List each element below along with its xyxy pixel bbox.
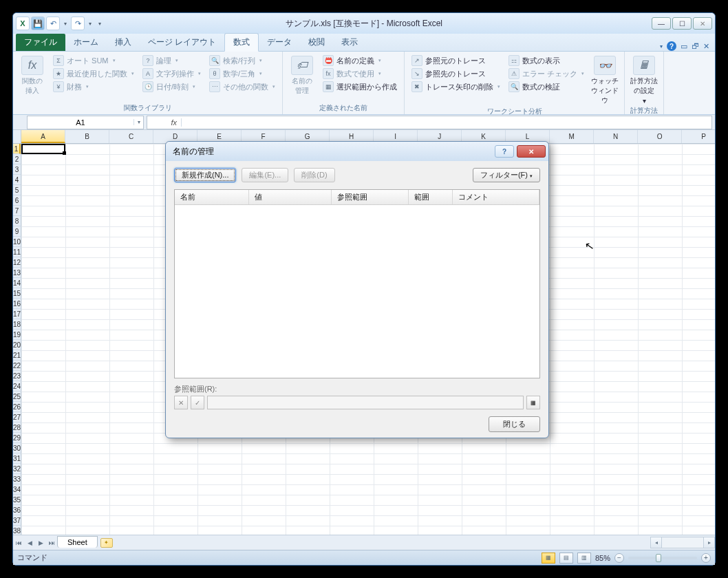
tab-home[interactable]: ホーム [65,34,107,51]
row-header[interactable]: 6 [13,195,21,206]
row-header[interactable]: 27 [13,412,21,422]
trace-precedents-button[interactable]: ↗参照元のトレース [409,54,503,67]
row-header[interactable]: 16 [13,299,21,309]
qat-customize-icon[interactable]: ▾ [96,17,104,30]
tab-file[interactable]: ファイル [16,34,65,51]
row-header[interactable]: 8 [13,216,21,226]
row-header[interactable]: 22 [13,361,21,371]
row-header[interactable]: 19 [13,330,21,340]
name-manager-button[interactable]: 🏷名前の 管理 [287,53,317,102]
excel-icon[interactable]: X [16,17,30,30]
close-button[interactable]: ✕ [693,17,712,30]
redo-dropdown-icon[interactable]: ▾ [86,17,94,30]
row-header[interactable]: 1 [13,144,21,154]
column-header[interactable]: O [638,130,682,143]
minimize-ribbon-icon[interactable]: ▭ [681,42,687,51]
tab-data[interactable]: データ [259,34,300,51]
row-header[interactable]: 38 [13,526,21,535]
row-header[interactable]: 34 [13,484,21,495]
tab-nav-prev-icon[interactable]: ◀ [24,539,35,546]
maximize-button[interactable]: ☐ [672,17,692,30]
column-header[interactable]: N [594,130,638,143]
tab-review[interactable]: 校閲 [300,34,333,51]
tab-nav-next-icon[interactable]: ▶ [35,539,46,546]
remove-arrows-button[interactable]: ✖トレース矢印の削除▾ [409,81,503,93]
help-icon[interactable]: ? [667,41,676,51]
row-header[interactable]: 33 [13,474,21,484]
normal-view-icon[interactable]: ▦ [542,553,555,564]
formula-bar[interactable]: fx [147,116,712,129]
row-header[interactable]: 17 [13,309,21,319]
col-value[interactable]: 値 [249,190,332,204]
close-workbook-icon[interactable]: ✕ [703,42,709,51]
ribbon-dropdown-icon[interactable]: ▾ [660,43,663,50]
row-header[interactable]: 37 [13,515,21,526]
scroll-left-icon[interactable]: ◂ [650,537,662,548]
trace-dependents-button[interactable]: ↘参照先のトレース [409,67,503,80]
datetime-button[interactable]: 🕒日付/時刻▾ [140,81,204,93]
dialog-titlebar[interactable]: 名前の管理 ? ✕ [166,142,548,161]
minimize-button[interactable]: ― [652,17,671,30]
row-header[interactable]: 31 [13,453,21,464]
column-header[interactable]: P [682,130,715,143]
row-header[interactable]: 28 [13,422,21,433]
redo-icon[interactable]: ↷ [71,17,85,30]
zoom-out-icon[interactable]: − [614,553,624,563]
names-list[interactable]: 名前 値 参照範囲 範囲 コメント [174,189,540,378]
row-header[interactable]: 23 [13,371,21,381]
name-box[interactable]: A1 ▾ [27,116,144,129]
scroll-right-icon[interactable]: ▸ [703,537,715,548]
select-all-corner[interactable] [13,130,21,144]
watch-window-button[interactable]: 👓ウォッチ ウィンドウ [590,53,620,105]
zoom-thumb[interactable] [656,554,661,562]
error-check-button[interactable]: ⚠エラー チェック▾ [506,67,587,80]
tab-view[interactable]: 表示 [333,34,366,51]
row-header[interactable]: 2 [13,154,21,164]
column-header[interactable]: C [109,130,153,143]
row-header[interactable]: 18 [13,319,21,330]
hscroll-track[interactable] [662,537,703,548]
financial-button[interactable]: ¥財務▾ [50,81,137,93]
row-header[interactable]: 10 [13,237,21,247]
page-break-view-icon[interactable]: ▥ [577,553,591,564]
column-header[interactable]: M [550,130,594,143]
column-header[interactable]: B [65,130,109,143]
row-header[interactable]: 13 [13,268,21,278]
define-name-button[interactable]: 📛名前の定義▾ [320,54,400,67]
tab-formulas[interactable]: 数式 [224,33,259,52]
zoom-in-icon[interactable]: + [701,553,711,563]
row-header[interactable]: 12 [13,257,21,268]
undo-dropdown-icon[interactable]: ▾ [61,17,69,30]
calc-options-button[interactable]: 🖩計算方法 の設定▾ [629,53,659,105]
dialog-help-icon[interactable]: ? [495,145,514,158]
column-header[interactable]: A [21,130,65,143]
row-header[interactable]: 3 [13,164,21,175]
row-header[interactable]: 24 [13,381,21,392]
undo-icon[interactable]: ↶ [46,17,60,30]
create-from-selection-button[interactable]: ▦選択範囲から作成 [320,81,400,93]
col-name[interactable]: 名前 [175,190,249,204]
insert-function-button[interactable]: fx関数の 挿入 [17,53,47,102]
close-dialog-button[interactable]: 閉じる [489,416,540,432]
row-header[interactable]: 4 [13,175,21,185]
filter-button[interactable]: フィルター(F)▾ [473,168,540,182]
zoom-level[interactable]: 85% [595,554,610,562]
row-header[interactable]: 9 [13,226,21,237]
row-header[interactable]: 29 [13,433,21,443]
evaluate-formula-button[interactable]: 🔍数式の検証 [506,81,587,93]
row-header[interactable]: 36 [13,505,21,515]
row-header[interactable]: 15 [13,288,21,299]
dialog-close-icon[interactable]: ✕ [517,145,546,158]
more-functions-button[interactable]: ⋯その他の関数▾ [206,81,278,93]
tab-nav-first-icon[interactable]: ⏮ [13,539,24,546]
row-header[interactable]: 30 [13,443,21,453]
col-comment[interactable]: コメント [453,190,539,204]
row-header[interactable]: 7 [13,206,21,216]
page-layout-view-icon[interactable]: ▤ [559,553,573,564]
new-sheet-icon[interactable]: ✦ [100,538,113,548]
row-header[interactable]: 32 [13,464,21,474]
sheet-tab[interactable]: Sheet [57,536,98,548]
use-in-formula-button[interactable]: fx数式で使用▾ [320,67,400,80]
row-header[interactable]: 5 [13,185,21,195]
row-header[interactable]: 26 [13,402,21,412]
